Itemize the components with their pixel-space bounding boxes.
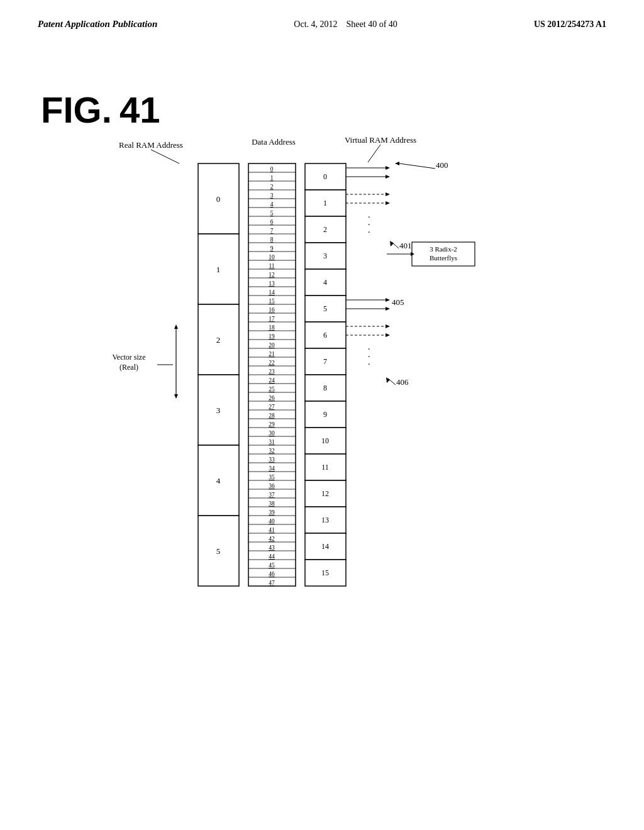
data-addr-33: 33 <box>269 456 275 463</box>
virt-ram-0: 0 <box>323 172 327 181</box>
data-addr-30: 30 <box>269 430 275 436</box>
data-addr-7: 7 <box>270 228 274 234</box>
virt-ram-6: 6 <box>323 331 327 340</box>
svg-line-72 <box>399 163 435 169</box>
data-addr-24: 24 <box>269 377 275 384</box>
page: Patent Application Publication Oct. 4, 2… <box>0 0 644 830</box>
data-addr-32: 32 <box>269 448 275 454</box>
data-addr-31: 31 <box>269 439 275 445</box>
virt-ram-10: 10 <box>321 436 329 445</box>
data-addr-20: 20 <box>269 342 275 348</box>
svg-marker-81 <box>386 201 390 205</box>
data-addr-18: 18 <box>269 324 275 331</box>
dots-6: · <box>368 360 370 369</box>
real-ram-4: 4 <box>216 476 221 485</box>
publication-label: Patent Application Publication <box>38 19 157 30</box>
data-addr-29: 29 <box>269 421 275 428</box>
virt-ram-12: 12 <box>321 489 329 498</box>
real-ram-3: 3 <box>216 406 221 415</box>
data-addr-26: 26 <box>269 395 275 401</box>
virt-ram-7: 7 <box>323 357 327 366</box>
data-addr-44: 44 <box>269 553 275 560</box>
data-addr-3: 3 <box>270 192 274 199</box>
data-addr-13: 13 <box>269 280 275 287</box>
svg-marker-98 <box>174 324 178 329</box>
fig-number: 41 <box>119 89 160 130</box>
data-addr-0: 0 <box>270 166 274 172</box>
data-addr-27: 27 <box>269 404 275 410</box>
data-addr-16: 16 <box>269 307 275 313</box>
data-addr-45: 45 <box>269 562 275 568</box>
data-addr-22: 22 <box>269 360 275 366</box>
radix2-label-2: Butterflys <box>430 254 457 262</box>
svg-line-1 <box>368 145 380 162</box>
svg-marker-75 <box>386 166 390 170</box>
data-addr-43: 43 <box>269 545 275 551</box>
data-addr-40: 40 <box>269 518 275 524</box>
data-addr-21: 21 <box>269 351 275 357</box>
data-addr-34: 34 <box>269 465 275 472</box>
svg-line-0 <box>151 150 179 163</box>
ref-400-label: 400 <box>436 160 448 170</box>
svg-marker-96 <box>386 377 390 383</box>
data-addr-5: 5 <box>270 210 274 216</box>
virt-ram-13: 13 <box>321 516 329 524</box>
svg-marker-79 <box>386 192 390 196</box>
virt-ram-4: 4 <box>323 278 327 287</box>
real-ram-1: 1 <box>216 265 221 274</box>
vector-size-label-2: (Real) <box>119 363 138 372</box>
virt-ram-5: 5 <box>323 304 327 313</box>
header-center: Oct. 4, 2012 Sheet 40 of 40 <box>294 19 397 30</box>
vector-size-label-1: Vector size <box>113 353 146 362</box>
data-addr-14: 14 <box>269 289 275 296</box>
data-addr-6: 6 <box>270 219 274 225</box>
data-addr-28: 28 <box>269 412 275 419</box>
virt-ram-3: 3 <box>323 252 327 260</box>
dots-3: · <box>368 228 370 237</box>
svg-marker-90 <box>386 307 390 311</box>
data-addr-42: 42 <box>269 536 275 542</box>
ref-401-label: 401 <box>399 241 412 250</box>
svg-marker-92 <box>386 324 390 328</box>
virt-ram-15: 15 <box>321 568 329 577</box>
patent-number: US 2012/254273 A1 <box>534 19 606 30</box>
virt-ram-11: 11 <box>321 463 329 472</box>
data-addr-46: 46 <box>269 571 275 577</box>
ref-405-label: 405 <box>392 297 404 307</box>
data-addr-38: 38 <box>269 501 275 507</box>
svg-marker-94 <box>386 333 390 337</box>
header-date: Oct. 4, 2012 <box>294 19 337 29</box>
col-virtual-ram-header: Virtual RAM Address <box>345 135 416 145</box>
svg-marker-83 <box>390 241 394 246</box>
real-ram-5: 5 <box>216 546 221 556</box>
data-addr-17: 17 <box>269 316 275 322</box>
data-addr-9: 9 <box>270 245 274 252</box>
data-addr-10: 10 <box>269 254 275 260</box>
header-sheet: Sheet 40 of 40 <box>347 19 397 29</box>
virt-ram-9: 9 <box>323 410 327 419</box>
col-data-addr-header: Data Address <box>252 137 296 147</box>
col-real-ram-header: Real RAM Address <box>119 140 183 150</box>
data-addr-37: 37 <box>269 492 275 498</box>
data-addr-2: 2 <box>270 184 274 190</box>
data-addr-12: 12 <box>269 272 275 278</box>
data-addr-47: 47 <box>269 580 275 586</box>
virt-ram-1: 1 <box>323 199 327 208</box>
main-diagram: FIG. 41 Real RAM Address Data Address Vi… <box>35 82 613 811</box>
data-addr-11: 11 <box>269 263 274 269</box>
data-addr-19: 19 <box>269 333 275 340</box>
data-addr-23: 23 <box>269 368 275 375</box>
virt-ram-8: 8 <box>323 384 327 392</box>
svg-marker-77 <box>386 175 390 179</box>
header: Patent Application Publication Oct. 4, 2… <box>0 0 644 36</box>
svg-marker-88 <box>386 298 390 302</box>
data-addr-39: 39 <box>269 509 275 516</box>
data-addr-1: 1 <box>270 175 274 181</box>
real-ram-2: 2 <box>216 335 221 345</box>
data-addr-35: 35 <box>269 474 275 480</box>
radix2-label-1: 3 Radix-2 <box>430 245 457 253</box>
real-ram-0: 0 <box>216 194 221 204</box>
data-addr-4: 4 <box>270 201 274 208</box>
virt-ram-14: 14 <box>321 542 329 551</box>
data-addr-36: 36 <box>269 483 275 489</box>
